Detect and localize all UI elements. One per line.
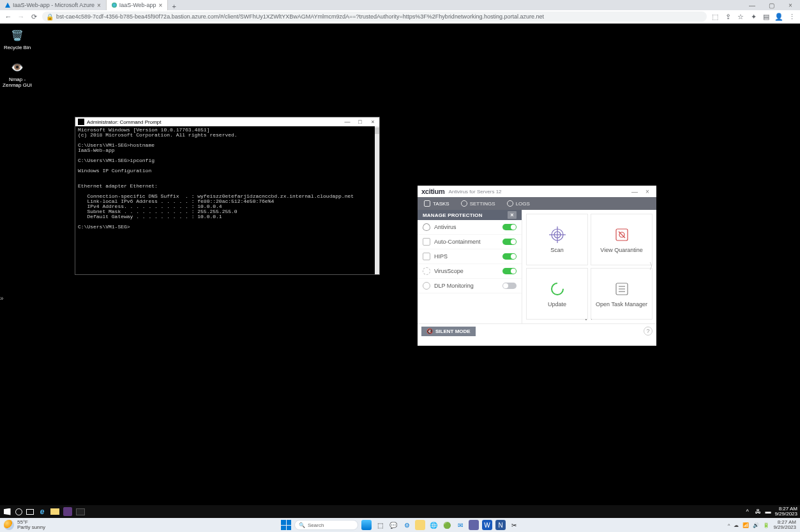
snip-icon[interactable]: ✂ [509,520,519,530]
panel-close-icon[interactable]: × [508,211,517,219]
tasks-icon [424,200,430,207]
nav-logs[interactable]: LOGS [507,200,530,207]
extensions-icon[interactable]: ✦ [749,13,758,21]
task-view-button[interactable] [26,509,34,515]
search-button[interactable] [15,508,22,515]
install-icon[interactable]: ⬚ [711,13,720,21]
panel-header: MANAGE PROTECTION × [418,210,522,220]
nav-tasks[interactable]: TASKS [424,200,449,207]
xcitium-titlebar[interactable]: xcitium Antivirus for Servers 12 — × [418,186,656,197]
chevron-up-icon[interactable]: ^ [728,522,730,528]
chrome-icon[interactable]: 🟢 [442,520,452,530]
xcitium-taskbar-icon[interactable] [63,507,72,516]
bastion-handle-icon[interactable]: » [0,295,4,302]
protection-label: VirusScope [434,268,464,274]
file-explorer-icon[interactable] [415,520,425,530]
internet-explorer-icon[interactable]: e [38,507,47,516]
wifi-icon[interactable]: 📶 [743,522,749,528]
weather-widget[interactable]: 55°F Partly sunny [4,520,45,530]
clock[interactable]: 8:27 AM 9/29/2023 [774,506,797,517]
card-scan[interactable]: Scan [526,214,588,265]
desktop-icon-nmap[interactable]: 👁️ Nmap - Zenmap GUI [1,59,33,89]
word-icon[interactable]: W [482,520,492,530]
onenote-icon[interactable]: N [495,520,506,530]
browser-tab-webapp[interactable]: IaaS-Web-app × [107,0,169,10]
host-system-tray: ^ ☁ 📶 🔊 🔋 8:27 AM 9/29/2023 [728,520,796,530]
tab-close-icon[interactable]: × [97,2,101,9]
xcitium-window[interactable]: xcitium Antivirus for Servers 12 — × TAS… [418,186,656,346]
silent-mode-button[interactable]: 🔇 SILENT MODE [421,327,476,336]
command-prompt-window[interactable]: Administrator: Command Prompt — □ × Micr… [75,117,380,275]
lock-icon: 🔒 [46,13,54,20]
widgets-icon[interactable]: 💬 [388,520,398,530]
toggle-antivirus[interactable] [502,224,517,230]
maximize-button[interactable]: ▢ [762,0,781,10]
protection-row-viruscope: VirusScope [418,264,522,279]
help-icon[interactable]: ? [644,327,653,336]
onedrive-icon[interactable]: ☁ [734,522,739,528]
chevron-up-icon[interactable]: ^ [746,508,752,515]
cmd-scrollbar[interactable] [375,126,379,274]
bookmark-icon[interactable]: ☆ [736,13,745,21]
card-quarantine[interactable]: View Quarantine [591,214,653,265]
card-update[interactable]: Update [526,268,588,320]
cmd-icon [78,119,84,125]
taskbar-search[interactable]: 🔍 Search [294,520,358,530]
terminal-taskbar-icon[interactable] [76,508,85,515]
close-button[interactable]: × [366,119,379,125]
minimize-button[interactable]: — [630,188,640,195]
update-icon [549,281,566,297]
task-view-icon[interactable]: ⬚ [375,520,385,530]
next-page-icon[interactable]: 〉 [649,261,658,272]
cmd-title-text: Administrator: Command Prompt [87,119,161,125]
protection-label: HIPS [434,253,448,260]
battery-icon[interactable]: 🔋 [763,522,769,528]
file-explorer-icon[interactable] [50,508,59,515]
shield-tray-icon[interactable]: ▬ [765,508,771,515]
sidepanel-icon[interactable]: ▤ [762,13,771,21]
pagination-dots: • · [585,316,593,322]
close-button[interactable]: × [642,188,653,195]
clock[interactable]: 8:27 AM 9/29/2023 [773,520,796,530]
network-icon[interactable]: 🖧 [755,508,762,515]
taskbar-center: 🔍 Search ⬚ 💬 ⚙ 🌐 🟢 ✉ W N ✂ [281,520,519,530]
toggle-hips[interactable] [502,253,517,260]
tab-close-icon[interactable]: × [159,2,163,9]
settings-icon[interactable]: ⚙ [402,520,412,530]
share-icon[interactable]: ⇪ [723,13,732,21]
outlook-icon[interactable]: ✉ [455,520,465,530]
remote-desktop: 🗑️ Recycle Bin 👁️ Nmap - Zenmap GUI » Ad… [0,24,800,532]
start-button[interactable] [281,520,291,530]
nav-settings[interactable]: SETTINGS [461,200,495,207]
start-button[interactable] [3,507,11,516]
tab-title: IaaS-Web-app - Microsoft Azure [13,2,94,8]
edge-icon[interactable]: 🌐 [428,520,439,530]
browser-tab-strip: IaaS-Web-app - Microsoft Azure × IaaS-We… [0,0,800,10]
back-button[interactable]: ← [4,13,13,20]
toggle-autocontainment[interactable] [502,239,517,245]
minimize-button[interactable]: — [743,0,762,10]
reload-button[interactable]: ⟳ [29,13,38,21]
teams-icon[interactable] [469,520,479,530]
browser-tab-azure[interactable]: IaaS-Web-app - Microsoft Azure × [0,0,107,10]
card-taskmanager[interactable]: Open Task Manager [591,268,653,320]
icon-label: Recycle Bin [4,45,31,50]
forward-button[interactable]: → [17,13,26,20]
xcitium-nav: TASKS SETTINGS LOGS [418,197,656,210]
toggle-viruscope[interactable] [502,268,517,274]
menu-icon[interactable]: ⋮ [787,13,796,21]
desktop-icon-recycle-bin[interactable]: 🗑️ Recycle Bin [1,27,33,51]
azure-icon [5,3,10,8]
url-input[interactable] [56,13,703,20]
close-button[interactable]: × [781,0,800,10]
maximize-button[interactable]: □ [354,119,366,125]
new-tab-button[interactable]: + [168,3,177,10]
cmd-output[interactable]: Microsoft Windows [Version 10.0.17763.48… [75,126,379,274]
address-bar[interactable]: 🔒 [42,11,707,22]
copilot-icon[interactable] [361,520,372,530]
toggle-dlp[interactable] [502,283,517,289]
minimize-button[interactable]: — [341,119,354,125]
profile-icon[interactable]: 👤 [774,13,783,21]
cmd-titlebar[interactable]: Administrator: Command Prompt — □ × [75,117,379,126]
volume-icon[interactable]: 🔊 [753,522,759,528]
